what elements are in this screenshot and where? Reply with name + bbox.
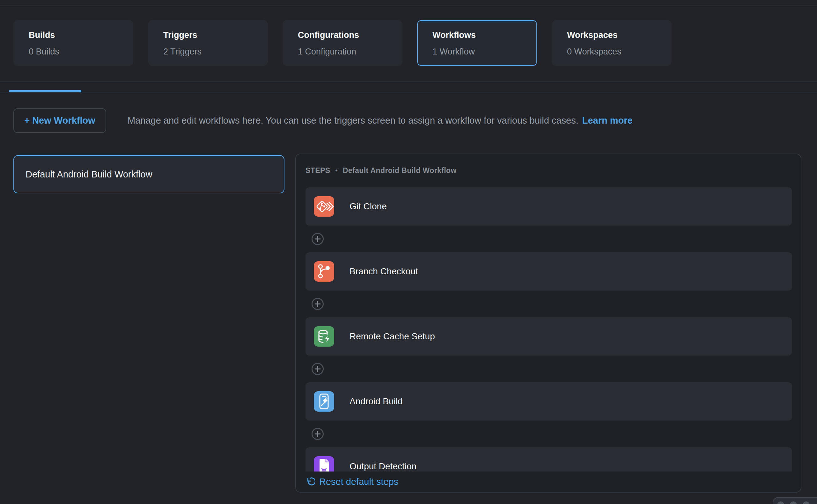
tab-configurations[interactable]: Configurations 1 Configuration [283,20,402,66]
tab-workspaces[interactable]: Workspaces 0 Workspaces [552,20,672,66]
plus-circle-icon [311,428,324,440]
insert-step-row [306,226,792,252]
tab-builds[interactable]: Builds 0 Builds [13,20,133,66]
floating-dots-toolbar[interactable] [773,497,817,504]
add-step-button[interactable] [311,233,324,245]
step-card-remote-cache-setup[interactable]: Remote Cache Setup [306,317,792,356]
step-list: Git Clone [306,187,792,486]
tab-title: Workspaces [567,30,671,40]
step-card-git-clone[interactable]: Git Clone [306,187,792,226]
reset-icon [305,477,315,487]
workflow-editor-screen: Builds 0 Builds Triggers 2 Triggers Conf… [0,0,817,504]
step-name: Android Build [350,396,403,407]
add-step-button[interactable] [311,298,324,310]
tabstrip-divider-bottom [0,92,817,92]
insert-step-row [306,421,792,447]
step-name: Branch Checkout [350,266,418,277]
active-tab-underline [9,90,81,92]
new-workflow-button[interactable]: + New Workflow [13,108,106,133]
toolbar-dot-icon[interactable] [777,501,784,504]
add-step-button[interactable] [311,428,324,440]
insert-step-row [306,291,792,317]
tab-title: Configurations [298,30,402,40]
cache-database-bolt-icon [314,326,334,347]
steps-footer: Reset default steps [296,472,801,492]
workflows-description: Manage and edit workflows here. You can … [127,108,633,133]
learn-more-link[interactable]: Learn more [582,115,633,126]
step-name: Output Detection [350,461,416,472]
steps-workflow-name: Default Android Build Workflow [343,166,457,175]
android-phone-hammer-icon [314,391,334,412]
add-step-button[interactable] [311,363,324,375]
step-card-branch-checkout[interactable]: Branch Checkout [306,252,792,291]
insert-step-row [306,356,792,382]
tab-count: 0 Workspaces [567,47,671,57]
tab-count: 0 Builds [29,47,133,57]
top-divider [0,5,817,5]
tabstrip-divider-top [0,82,817,82]
plus-circle-icon [311,298,324,310]
workflow-list-item-selected[interactable]: Default Android Build Workflow [13,155,285,193]
workflow-item-name: Default Android Build Workflow [25,169,152,180]
step-card-android-build[interactable]: Android Build [306,382,792,421]
step-name: Remote Cache Setup [350,331,435,342]
plus-circle-icon [311,233,324,245]
tab-count: 2 Triggers [163,47,267,57]
reset-default-steps-link[interactable]: Reset default steps [305,477,398,487]
tab-count: 1 Workflow [432,47,536,57]
plus-circle-icon [311,363,324,375]
reset-link-label: Reset default steps [319,477,398,487]
tab-title: Builds [29,30,133,40]
description-text: Manage and edit workflows here. You can … [127,115,578,126]
tab-workflows[interactable]: Workflows 1 Workflow [417,20,537,66]
tab-card-row: Builds 0 Builds Triggers 2 Triggers Conf… [13,20,672,66]
toolbar-dot-icon[interactable] [790,501,797,504]
tab-count: 1 Configuration [298,47,402,57]
step-name: Git Clone [350,201,387,212]
git-branch-icon [314,261,334,282]
tab-title: Workflows [432,30,536,40]
steps-label: STEPS [306,166,330,175]
steps-breadcrumb: STEPS • Default Android Build Workflow [306,166,457,175]
toolbar-dot-icon[interactable] [803,501,810,504]
git-clone-icon [314,196,334,217]
tab-triggers[interactable]: Triggers 2 Triggers [148,20,268,66]
tab-title: Triggers [163,30,267,40]
steps-panel: STEPS • Default Android Build Workflow [295,154,801,493]
breadcrumb-bullet: • [335,167,337,174]
